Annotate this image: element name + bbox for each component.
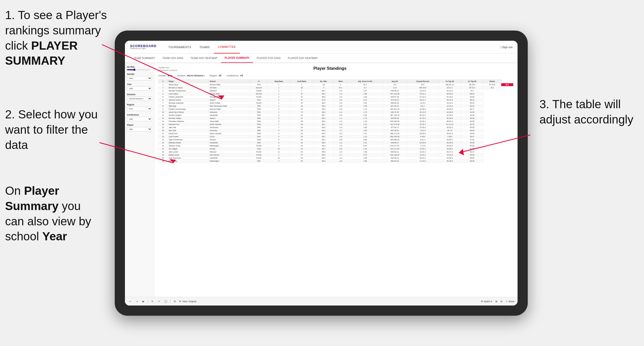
division-select[interactable]: NCAA Division I NCAA Division II NCAA Di… (127, 96, 152, 101)
cell-7-8: 1.93 (347, 105, 383, 108)
table-row[interactable]: 26Petr HrubyWashingtonFifth72568.6-1.81.… (159, 160, 513, 163)
table-row[interactable]: 7Nicholas GabrelcikNorth FloridaFourth12… (159, 102, 513, 105)
copy-icon[interactable]: ⎘ (150, 299, 155, 304)
sub-nav-player-h2h-grid[interactable]: PLAYER H2H GRID (253, 53, 284, 63)
cell-2-0: 3 (159, 89, 168, 92)
player-select[interactable]: (All) (127, 127, 152, 131)
sub-nav-player-h2h-heatmap[interactable]: PLAYER H2H HEATMAP (284, 53, 321, 63)
cell-22-6: 68.6 (314, 150, 334, 154)
toolbar-icon-btn2[interactable]: ⊟ (500, 300, 503, 303)
table-row[interactable]: 22Ian GilliganFloridaThird102468.7-0.91.… (159, 147, 513, 150)
toolbar-view: 👁 View: Original (179, 300, 196, 303)
table-row[interactable]: 24Bastien AmatNew MexicoFourth12769.4-1.… (159, 154, 513, 157)
table-row[interactable]: 12Brendan ValdesAuburnFifth53768.4-1.11.… (159, 117, 513, 120)
share-btn[interactable]: ↗ Share (506, 300, 514, 303)
cell-1-13: 78.2 (483, 86, 501, 89)
sub-nav-team-h2h-grid[interactable]: TEAM H2H GRID (159, 53, 187, 63)
cell-3-3: Second (250, 92, 268, 95)
cell-1-4: 1 (268, 86, 290, 89)
cell-16-5: 21 (290, 132, 314, 135)
table-row[interactable]: 15Jake HallTennesseeFifth71868.5-1.51.66… (159, 126, 513, 129)
redo-icon[interactable]: ↪ (135, 299, 139, 304)
cell-22-2: Missouri (209, 150, 250, 154)
forward-icon[interactable]: ▶ (141, 299, 146, 304)
watch-chevron: ▾ (491, 300, 492, 303)
table-row[interactable]: 23Jack LundinMissouriFourth112468.6-2.31… (159, 150, 513, 154)
cell-15-10: 11-5-3 (407, 129, 439, 132)
year-label: Year (127, 83, 152, 86)
table-row[interactable]: 18Luke PowellUCLAFirst42469.1-1.81.13500… (159, 135, 513, 138)
cell-11-8: 1.79 (347, 117, 383, 120)
table-row[interactable]: 14Maxwell FordNorth CarolinaThird72369.1… (159, 123, 513, 126)
nav-tournaments[interactable]: TOURNAMENTS (164, 41, 195, 53)
filter-gender: Gender: Men (158, 74, 172, 77)
cell-17-11: 7-28-0 (439, 135, 461, 138)
cell-4-3: Fourth (250, 95, 268, 99)
toolbar-icon-btn1[interactable]: ⊞ (495, 300, 497, 303)
view-label[interactable]: View: Original (182, 300, 196, 303)
cell-2-5: 1 (290, 89, 314, 92)
cell-18-12: 41.81 (461, 138, 483, 141)
cell-14-0: 15 (159, 126, 168, 129)
conference-select[interactable]: (All) (127, 117, 152, 121)
paste-icon[interactable]: 📋 (163, 299, 168, 304)
table-row[interactable]: 21Taehoon SongWashingtonFourth42369.2-1.… (159, 144, 513, 147)
cell-17-9: 500-155-30 (383, 135, 407, 138)
cell-21-1: Ian Gilligan (168, 147, 209, 150)
table-row[interactable]: 9Preston SummerhaysArizona StateThird324… (159, 108, 513, 111)
nav-teams[interactable]: TEAMS (195, 41, 214, 53)
cell-1-7: 67.1 (334, 86, 347, 89)
cell-5-12: 58.18 (461, 99, 483, 102)
table-row[interactable]: 2Michael Le SassoOle MissSecond118067.1-… (159, 86, 513, 89)
undo-icon[interactable]: ↩ (128, 299, 133, 304)
cell-11-9: 605-96-38 (383, 117, 407, 120)
cell-6-8: 2.01 (347, 102, 383, 105)
table-row[interactable]: 17David FordNorth CarolinaThird42169.0-0… (159, 132, 513, 135)
cell-7-0: 8 (159, 105, 168, 108)
region-select[interactable]: N/A All (127, 107, 152, 111)
year-select[interactable]: (All) First Second Third Fourth Fifth (127, 86, 152, 91)
cell-15-12: 38.54 (461, 129, 483, 132)
cell-10-1: Gordon Sargent (168, 114, 209, 117)
cell-9-1: Jacob Skov Olesen (168, 111, 209, 114)
sub-nav-team-summary[interactable]: TEAM SUMMARY (130, 53, 159, 63)
table-row[interactable]: 20Matthew RiedelVanderbiltFifth92368.4-1… (159, 141, 513, 144)
watch-btn[interactable]: 👁 Watch ▾ (481, 300, 492, 303)
table-row[interactable]: 3Michael ThorbjornsenStanfordFourth2168.… (159, 89, 513, 92)
settings-icon[interactable]: ⚙ (172, 299, 177, 304)
cell-3-4: 1 (268, 92, 290, 95)
table-row[interactable]: 11Gordon SargentVanderbiltThird42168.7-0… (159, 114, 513, 117)
col-no-rds: No. Rds. (314, 80, 334, 83)
cell-8-11: 44-64-6 (439, 108, 461, 111)
cell-21-7: -0.9 (334, 147, 347, 150)
table-row[interactable]: 10Jacob Skov OlesenArkansasFifth17368.4-… (159, 111, 513, 114)
cell-2-6: 68.7 (314, 89, 334, 92)
cell-20-4: 4 (268, 144, 290, 147)
cell-15-3: Fifth (250, 129, 268, 132)
table-row[interactable]: 1Wenyi DingArizona StateFirst1115167.1-3… (159, 83, 513, 86)
table-row[interactable]: 19Tiger ChristensenArizonaThird52369.2-0… (159, 138, 513, 141)
cell-21-11: 29-38-2 (439, 147, 461, 150)
cell-19-10: 20-25-6 (407, 141, 439, 144)
table-row[interactable]: 8Mats EgeEast Tennessee StateFifth12468.… (159, 105, 513, 108)
table-row[interactable]: 4Luke ClatonFlorida StateSecond12768.2-1… (159, 92, 513, 95)
table-row[interactable]: 16Alex GoffKentuckyFifth91968.3-1.71.924… (159, 129, 513, 132)
cell-20-7: -1.5 (334, 144, 347, 147)
cell-11-2: Auburn (209, 117, 250, 120)
table-row[interactable]: 25Cole SherwoodVanderbiltFourth122369.3-… (159, 157, 513, 160)
filter-conference-value: All (240, 74, 243, 77)
sub-nav-team-h2h-heatmap[interactable]: TEAM H2H HEATMAP (187, 53, 221, 63)
cell-12-11: 38-40-4 (439, 120, 461, 123)
table-row[interactable]: 13Phichaksn MaichonTexas A&MThird63069.0… (159, 120, 513, 123)
rds-slider[interactable] (127, 69, 152, 70)
nav-committee[interactable]: COMMITTEE (214, 41, 240, 53)
table-row[interactable]: 6Jackson KoivunAuburnFirst12767.5-2.02.7… (159, 99, 513, 102)
sub-nav-player-summary[interactable]: PLAYER SUMMARY (221, 53, 253, 63)
gender-select[interactable]: Men Women (127, 76, 152, 80)
cell-8-5: 24 (290, 108, 314, 111)
table-row[interactable]: 5Christo LamprechtGeorgia TechFourth2216… (159, 95, 513, 99)
cell-9-5: 73 (290, 111, 314, 114)
cut-icon[interactable]: ✂ (157, 299, 161, 304)
sign-out-link[interactable]: | Sign out (501, 46, 512, 49)
cell-6-9: 698-54-13 (383, 102, 407, 105)
